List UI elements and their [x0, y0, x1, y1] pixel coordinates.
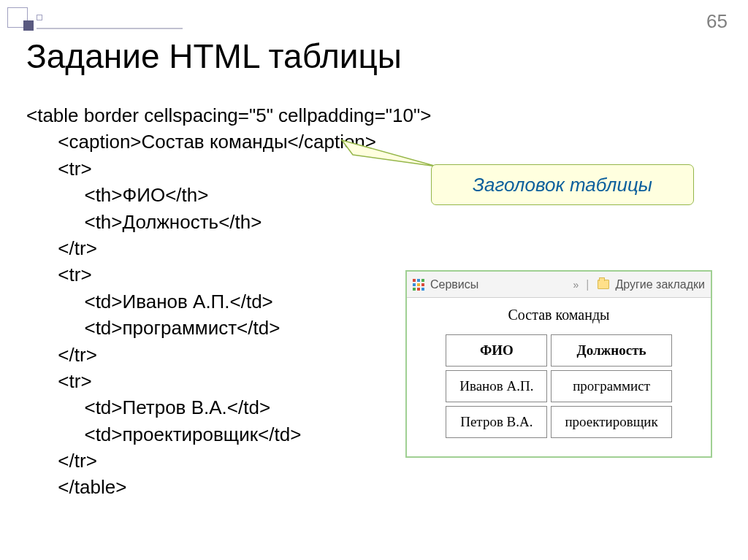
code-line: <td>Петров В.А.</td> — [26, 396, 270, 418]
table-header: ФИО — [446, 334, 547, 367]
callout-box: Заголовок таблицы — [431, 164, 694, 205]
code-line: <table border cellspacing="5" cellpaddin… — [26, 104, 431, 126]
code-line: <td>программист</td> — [26, 317, 280, 339]
bar-separator: | — [586, 278, 589, 291]
code-line: <th>ФИО</th> — [26, 184, 208, 206]
code-line: <tr> — [26, 158, 92, 180]
code-line: <tr> — [26, 264, 92, 285]
code-line: </tr> — [26, 450, 97, 472]
table-row: ФИО Должность — [446, 334, 672, 367]
code-line: </tr> — [26, 344, 97, 366]
page-title: Задание HTML таблицы — [26, 37, 402, 76]
callout-text: Заголовок таблицы — [473, 174, 652, 196]
services-label[interactable]: Сервисы — [430, 278, 478, 291]
table-cell: программист — [551, 370, 671, 402]
bookmarks-bar: Сервисы » | Другие закладки — [407, 272, 711, 298]
page-number: 65 — [706, 10, 728, 33]
demo-table: ФИО Должность Иванов А.П. программист Пе… — [442, 331, 676, 442]
table-header: Должность — [551, 334, 671, 367]
code-block: <table border cellspacing="5" cellpaddin… — [26, 102, 431, 501]
browser-preview: Сервисы » | Другие закладки Состав коман… — [405, 270, 712, 458]
code-line: <td>Иванов А.П.</td> — [26, 291, 273, 312]
apps-icon — [413, 279, 424, 291]
code-line: <th>Должность</th> — [26, 211, 262, 233]
table-cell: Иванов А.П. — [446, 370, 547, 402]
chevron-icon[interactable]: » — [573, 279, 577, 291]
table-row: Петров В.А. проектировщик — [446, 406, 672, 438]
code-line: <tr> — [26, 370, 92, 392]
table-row: Иванов А.П. программист — [446, 370, 672, 402]
code-line: <caption>Состав команды</caption> — [26, 131, 376, 153]
folder-icon — [598, 280, 609, 289]
code-line: </tr> — [26, 237, 97, 259]
code-line: <td>проектировщик</td> — [26, 423, 301, 445]
browser-body: Состав команды ФИО Должность Иванов А.П.… — [407, 298, 711, 456]
table-cell: проектировщик — [551, 406, 671, 438]
code-line: </table> — [26, 476, 126, 498]
table-cell: Петров В.А. — [446, 406, 547, 438]
other-bookmarks-label[interactable]: Другие закладки — [615, 278, 705, 291]
table-caption: Состав команды — [420, 307, 698, 323]
slide-decoration — [7, 7, 66, 37]
